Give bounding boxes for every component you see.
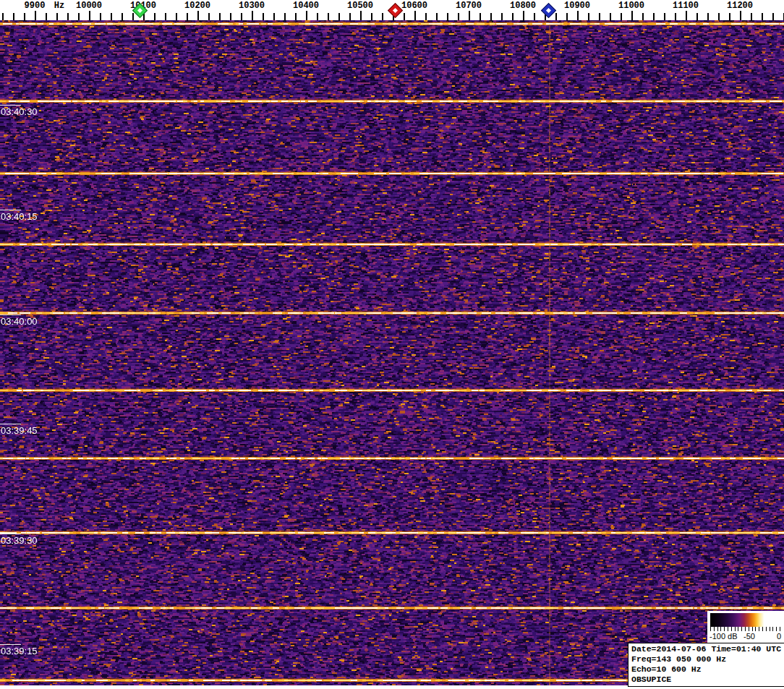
major-tick — [197, 11, 199, 20]
minor-tick — [707, 13, 709, 20]
marker-center-dot — [137, 8, 142, 13]
frequency-tick-label: 10300 — [239, 1, 265, 11]
minor-tick — [371, 13, 372, 20]
time-tick-mark — [0, 424, 21, 424]
time-tick-mark — [0, 644, 21, 645]
legend-tick — [755, 627, 756, 631]
minor-tick — [642, 13, 644, 20]
time-axis-label: 03:39:15 — [1, 646, 38, 656]
major-tick — [252, 11, 253, 20]
major-tick — [35, 11, 36, 20]
minor-tick — [2, 13, 4, 20]
minor-tick — [230, 13, 231, 20]
frequency-tick-label: 10500 — [347, 1, 373, 11]
frequency-tick-label: 11000 — [618, 1, 644, 11]
minor-tick — [621, 13, 622, 20]
major-tick — [89, 11, 90, 20]
frequency-tick-label: 10400 — [293, 1, 319, 11]
minor-tick — [219, 13, 221, 20]
minor-tick — [664, 13, 665, 20]
minor-tick — [718, 13, 720, 20]
marker-red-diamond-icon[interactable] — [387, 3, 402, 18]
frequency-tick-label: 10600 — [401, 1, 427, 11]
minor-tick — [165, 13, 166, 20]
major-tick — [631, 11, 633, 20]
time-axis-label: 03:39:45 — [1, 425, 38, 436]
major-tick — [523, 11, 524, 20]
frequency-tick-label: 11100 — [673, 1, 699, 11]
minor-tick — [295, 13, 297, 20]
legend-tick — [770, 627, 770, 631]
legend-tick — [731, 627, 732, 631]
legend-tick-marks — [710, 627, 781, 632]
waterfall-canvas[interactable] — [0, 20, 784, 685]
legend-tick — [772, 627, 773, 631]
legend-tick — [735, 627, 736, 631]
time-tick-mark — [0, 534, 21, 534]
time-tick-mark — [0, 314, 21, 315]
minor-tick — [132, 13, 134, 20]
minor-tick — [436, 13, 438, 20]
minor-tick — [501, 13, 503, 20]
legend-mid-db-label: -50 — [743, 632, 755, 641]
legend-tick — [738, 627, 738, 631]
minor-tick — [100, 13, 101, 20]
minor-tick — [46, 13, 47, 20]
frequency-tick-label: 9900 — [25, 1, 46, 11]
minor-tick — [273, 13, 275, 20]
info-echo-frequency: Echo=10 600 Hz — [631, 664, 784, 675]
minor-tick — [176, 13, 177, 20]
legend-tick — [766, 627, 767, 631]
minor-tick — [696, 13, 698, 20]
legend-tick — [762, 627, 763, 631]
minor-tick — [111, 13, 112, 20]
minor-tick — [762, 13, 763, 20]
frequency-tick-label: 10800 — [510, 1, 536, 11]
minor-tick — [24, 13, 25, 20]
info-date-time: Date=2014-07-06 Time=01:40 UTC — [631, 644, 784, 654]
time-axis-label: 03:40:15 — [1, 211, 38, 222]
legend-max-db-label: 0 — [777, 632, 781, 641]
info-receiver-frequency: Freq=143 050 000 Hz — [631, 654, 784, 664]
minor-tick — [610, 13, 611, 20]
legend-tick — [759, 627, 759, 631]
major-tick — [414, 11, 416, 20]
minor-tick — [208, 13, 210, 20]
major-tick — [360, 11, 362, 20]
frequency-tick-label: 10200 — [184, 1, 210, 11]
minor-tick — [56, 13, 58, 20]
minor-tick — [425, 13, 427, 20]
legend-tick — [728, 627, 728, 631]
marker-blue-diamond-icon[interactable] — [540, 3, 555, 18]
legend-tick — [724, 627, 725, 631]
major-tick — [686, 11, 687, 20]
minor-tick — [338, 13, 340, 20]
minor-tick — [284, 13, 286, 20]
minor-tick — [154, 13, 155, 20]
minor-tick — [729, 13, 730, 20]
minor-tick — [263, 13, 264, 20]
minor-tick — [317, 13, 318, 20]
legend-min-db-label: -100 dB — [710, 632, 738, 641]
frequency-tick-label: 11200 — [727, 1, 753, 11]
color-gradient-bar — [710, 613, 781, 627]
legend-tick — [717, 627, 718, 631]
legend-tick — [745, 627, 746, 631]
marker-center-dot — [392, 8, 397, 13]
marker-center-dot — [545, 8, 550, 13]
minor-tick — [78, 13, 80, 20]
frequency-unit-label: Hz — [54, 1, 64, 11]
waterfall-spectrogram[interactable]: 03:40:3003:40:1503:40:0003:39:4503:39:30… — [0, 20, 784, 685]
minor-tick — [241, 13, 242, 20]
observation-info-box: Date=2014-07-06 Time=01:40 UTC Freq=143 … — [628, 643, 784, 687]
minor-tick — [13, 13, 14, 20]
legend-tick — [776, 627, 777, 631]
frequency-ruler[interactable]: 9900100001010010200103001040010500106001… — [0, 0, 784, 20]
minor-tick — [122, 13, 123, 20]
legend-tick — [749, 627, 749, 631]
minor-tick — [534, 13, 535, 20]
minor-tick — [382, 13, 383, 20]
legend-tick — [710, 627, 711, 631]
time-axis-label: 03:39:30 — [1, 535, 38, 546]
minor-tick — [566, 13, 568, 20]
